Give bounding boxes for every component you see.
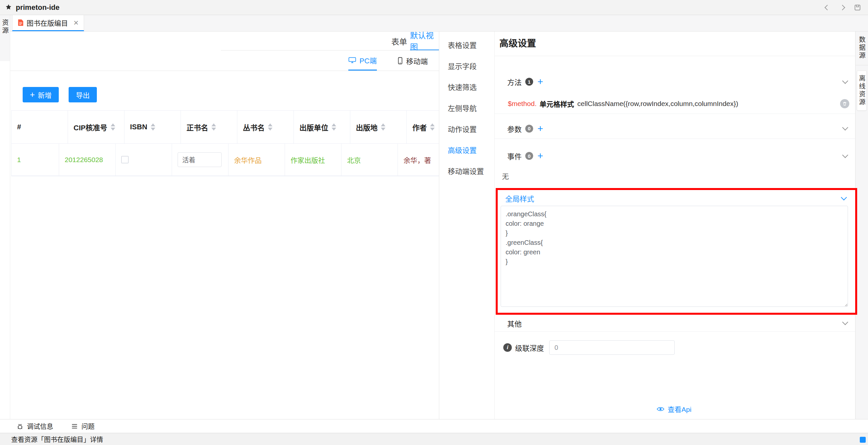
events-empty-text: 无 bbox=[502, 171, 850, 181]
events-label: 事件 bbox=[507, 151, 522, 161]
sort-icons bbox=[151, 123, 155, 131]
add-method-button[interactable]: + bbox=[537, 77, 543, 87]
delete-method-button[interactable] bbox=[840, 99, 849, 108]
column-header[interactable]: ISBN bbox=[124, 110, 181, 144]
divider bbox=[856, 65, 868, 65]
method-prefix: $method. bbox=[508, 100, 537, 108]
plus-icon: + bbox=[30, 90, 35, 99]
add-event-button[interactable]: + bbox=[537, 151, 543, 161]
cell-author: 余华，著 bbox=[398, 144, 439, 176]
caret-up-icon bbox=[268, 123, 273, 126]
column-header[interactable]: # bbox=[11, 110, 68, 144]
main-region: 资源 图书在版编目 × 表单 默认视图 bbox=[0, 15, 868, 419]
chevron-down-icon[interactable] bbox=[841, 194, 847, 200]
column-header-label: ISBN bbox=[130, 123, 147, 131]
column-header-label: 出版地 bbox=[356, 122, 377, 132]
issues-label: 问题 bbox=[82, 421, 95, 431]
settings-menu-item[interactable]: 高级设置 bbox=[439, 139, 494, 160]
settings-menu-item[interactable]: 表格设置 bbox=[439, 34, 494, 55]
left-rail-tab-resources[interactable]: 资源 bbox=[1, 19, 8, 35]
info-icon: i bbox=[503, 343, 512, 352]
export-button-label: 导出 bbox=[76, 90, 90, 100]
settings-content: 高级设置 方法 1 + $method. 单元格样式 cellClassName… bbox=[495, 32, 855, 419]
data-table: # CIP核准号 ISBN bbox=[11, 110, 439, 176]
global-style-textarea[interactable]: .orangeClass{ color: orange } .greenClas… bbox=[501, 206, 848, 307]
section-other-header[interactable]: 其他 bbox=[495, 315, 855, 332]
caret-up-icon bbox=[111, 123, 115, 126]
method-item: $method. 单元格样式 cellClassName({row,rowInd… bbox=[495, 94, 855, 114]
column-header[interactable]: 出版单位 bbox=[294, 110, 350, 144]
chevron-down-icon[interactable] bbox=[842, 124, 848, 130]
isbn-checkbox[interactable] bbox=[121, 156, 129, 163]
document-icon bbox=[18, 19, 24, 26]
book-title-input[interactable] bbox=[178, 152, 222, 167]
caret-up-icon bbox=[151, 123, 155, 126]
device-tabs: PC端 移动端 bbox=[10, 51, 439, 71]
nav-forward-button[interactable] bbox=[836, 2, 848, 13]
sort-icons bbox=[332, 123, 336, 131]
settings-menu-item[interactable]: 左侧导航 bbox=[439, 97, 494, 118]
settings-title: 高级设置 bbox=[499, 37, 850, 51]
phone-icon bbox=[398, 57, 403, 64]
column-header[interactable]: CIP核准号 bbox=[68, 110, 124, 144]
document-tab[interactable]: 图书在版编目 × bbox=[12, 15, 84, 31]
column-header[interactable]: 正书名 bbox=[181, 110, 237, 144]
save-button[interactable] bbox=[851, 2, 863, 13]
highlight-annotation: 全局样式 .orangeClass{ color: orange } .gree… bbox=[496, 188, 857, 315]
cascade-depth-row: i 级联深度 bbox=[503, 340, 850, 355]
eye-icon bbox=[657, 406, 664, 412]
tab-default-view[interactable]: 默认视图 bbox=[410, 32, 439, 51]
settings-menu-item[interactable]: 显示字段 bbox=[439, 55, 494, 76]
column-header-label: 出版单位 bbox=[300, 122, 328, 132]
view-api-row: 查看Api bbox=[497, 404, 850, 414]
caret-up-icon bbox=[332, 123, 336, 126]
table-row: 1 2012265028 余华作品 作家出版社 北京 余华，著 bbox=[11, 144, 439, 176]
issues-button[interactable]: 问题 bbox=[71, 421, 95, 431]
caret-up-icon bbox=[381, 123, 385, 126]
workarea: 表单 默认视图 PC端 移动端 bbox=[10, 32, 868, 419]
cell-book-title bbox=[172, 144, 228, 176]
monitor-icon bbox=[348, 57, 356, 63]
tab-close-icon[interactable]: × bbox=[73, 19, 79, 27]
section-global-style-header[interactable]: 全局样式 bbox=[501, 191, 848, 206]
cascade-depth-input[interactable] bbox=[549, 340, 675, 355]
sort-icons bbox=[268, 123, 273, 131]
right-rail-tab-datasource[interactable]: 数据源 bbox=[858, 36, 865, 60]
document-tab-label: 图书在版编目 bbox=[27, 18, 68, 28]
add-param-button[interactable]: + bbox=[537, 124, 543, 133]
settings-panel: 表格设置 显示字段 快速筛选 左侧导航 动作设置 高级设置 移动端设置 bbox=[439, 32, 855, 419]
column-header-label: 作者 bbox=[412, 122, 427, 132]
section-params-header[interactable]: 参数 0 + bbox=[495, 119, 855, 139]
global-style-label[interactable]: 全局样式 bbox=[505, 193, 534, 203]
add-button[interactable]: + 新增 bbox=[23, 87, 59, 102]
titlebar: primeton-ide bbox=[0, 0, 868, 15]
nav-back-button[interactable] bbox=[822, 2, 833, 13]
tab-form[interactable]: 表单 bbox=[391, 32, 407, 51]
methods-label: 方法 bbox=[507, 76, 522, 87]
column-header[interactable]: 出版地 bbox=[350, 110, 407, 144]
right-rail-tab-offline-resources[interactable]: 离线资源 bbox=[857, 70, 867, 110]
chevron-right-icon bbox=[840, 5, 845, 10]
column-header[interactable]: 丛书名 bbox=[237, 110, 294, 144]
settings-menu-item[interactable]: 动作设置 bbox=[439, 118, 494, 139]
debug-info-button[interactable]: 调试信息 bbox=[17, 421, 53, 431]
export-button[interactable]: 导出 bbox=[69, 87, 97, 102]
column-header[interactable]: 作者 bbox=[407, 110, 439, 144]
notification-indicator[interactable] bbox=[860, 437, 866, 443]
tab-pc[interactable]: PC端 bbox=[348, 51, 377, 70]
chevron-down-icon[interactable] bbox=[842, 152, 848, 158]
status-text: 查看资源「图书在版编目」详情 bbox=[11, 435, 103, 444]
settings-menu-item[interactable]: 移动端设置 bbox=[439, 160, 494, 181]
section-methods-header[interactable]: 方法 1 + bbox=[495, 72, 855, 91]
caret-down-icon bbox=[151, 128, 155, 131]
center-column: 图书在版编目 × 表单 默认视图 PC端 bbox=[10, 15, 868, 419]
section-events-header[interactable]: 事件 0 + bbox=[495, 147, 855, 165]
chevron-down-icon[interactable] bbox=[842, 319, 848, 325]
view-api-link[interactable]: 查看Api bbox=[668, 404, 691, 414]
settings-menu-item[interactable]: 快速筛选 bbox=[439, 76, 494, 97]
app-window: primeton-ide 资源 图书在版编目 × bbox=[0, 0, 868, 445]
tab-mobile[interactable]: 移动端 bbox=[398, 51, 428, 70]
tab-pc-label: PC端 bbox=[360, 55, 377, 65]
left-rail: 资源 bbox=[0, 15, 10, 419]
chevron-down-icon[interactable] bbox=[842, 78, 848, 84]
